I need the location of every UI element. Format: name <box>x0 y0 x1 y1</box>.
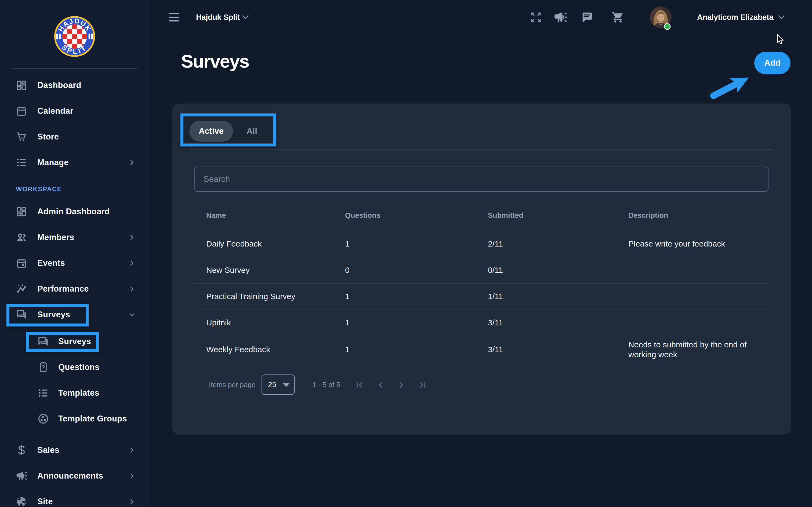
svg-text:?: ? <box>41 364 45 371</box>
